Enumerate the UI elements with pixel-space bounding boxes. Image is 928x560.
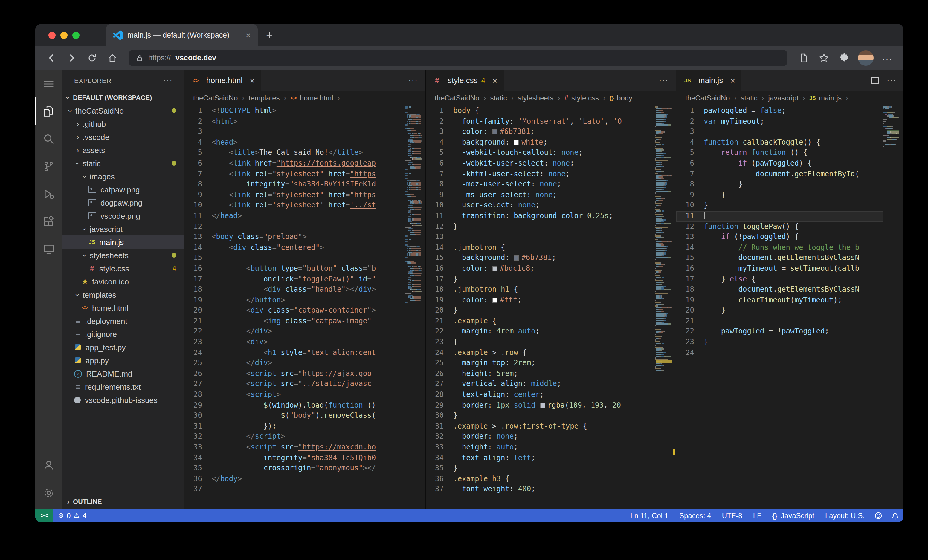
tree-item-.vscode[interactable]: ›.vscode [62,130,183,143]
tree-item-stylesheets[interactable]: ›stylesheets [62,249,183,262]
tree-item-style.css[interactable]: #style.css4 [62,262,183,275]
activity-source-control[interactable] [35,152,62,180]
tree-item-assets[interactable]: ›assets [62,143,183,157]
code-line-5: 5 return function () { [676,148,883,158]
bell-icon[interactable] [887,508,904,522]
tab-close-icon[interactable]: × [492,76,497,85]
activity-account[interactable] [35,451,62,479]
status-eol[interactable]: LF [748,508,767,522]
code-editor[interactable]: 1pawToggled = false;2var myTimeout;34fun… [676,105,904,508]
breadcrumb-item-theCatSaidNo[interactable]: theCatSaidNo [435,94,479,102]
breadcrumb-item-…[interactable]: … [852,94,859,102]
tree-item-dogpaw.png[interactable]: dogpaw.png [62,196,183,209]
explorer-actions-button[interactable]: ··· [163,76,173,85]
activity-search[interactable] [35,125,62,152]
breadcrumb-item-theCatSaidNo[interactable]: theCatSaidNo [193,94,238,102]
puzzle-button[interactable] [835,49,853,67]
tree-item-label: images [90,172,115,181]
breadcrumb-item-…[interactable]: … [344,94,351,102]
tree-item-catpaw.png[interactable]: catpaw.png [62,183,183,196]
editor-tab-home.html[interactable]: <>home.html× [184,70,261,91]
zoom-window-button[interactable] [72,31,79,38]
split-icon[interactable] [871,76,879,85]
breadcrumb-item-static[interactable]: static [490,94,507,102]
status-language[interactable]: {}JavaScript [767,508,820,522]
url-bar[interactable]: https://vscode.dev [128,50,788,66]
editor-tab-style.css[interactable]: #style.css4× [426,70,504,91]
breadcrumb-item-body[interactable]: {}body [610,94,632,102]
remote-indicator[interactable]: >< [35,508,53,522]
code-line-3: 3 color: #6b7381; [426,127,655,137]
profile-avatar[interactable] [858,50,874,66]
tree-item-home.html[interactable]: <>home.html [62,301,183,314]
more-actions-icon[interactable]: ··· [408,76,418,85]
feedback-icon[interactable] [870,508,887,522]
breadcrumb-item-main.js[interactable]: JSmain.js [809,94,842,102]
tab-close-icon[interactable]: × [246,30,250,40]
breadcrumb-item-home.html[interactable]: <>home.html [291,94,333,102]
line-content: } [453,337,655,347]
activity-extensions[interactable] [35,207,62,235]
back-button[interactable] [43,49,60,67]
minimap[interactable] [405,107,425,508]
problems-indicator[interactable]: ⊗ 0 ⚠ 4 [53,508,92,522]
tree-item-main.js[interactable]: JSmain.js [62,236,183,249]
editor-tab-main.js[interactable]: JSmain.js× [676,70,742,91]
tree-item-images[interactable]: ›images [62,170,183,183]
breadcrumb-item-theCatSaidNo[interactable]: theCatSaidNo [685,94,730,102]
breadcrumb-item-templates[interactable]: templates [249,94,279,102]
activity-settings[interactable] [35,479,62,506]
activity-menu[interactable] [35,70,62,97]
breadcrumb-item-static[interactable]: static [740,94,757,102]
tab-close-icon[interactable]: × [730,76,735,85]
status-indentation[interactable]: Spaces: 4 [674,508,717,522]
doc-button[interactable] [795,49,813,67]
tree-item-javascript[interactable]: ›javascript [62,222,183,236]
tree-item-.deployment[interactable]: ≡.deployment [62,314,183,327]
workspace-section-header[interactable]: › DEFAULT (WORKSPACE) [62,91,183,104]
tree-item-.github[interactable]: ›.github [62,117,183,130]
tab-close-icon[interactable]: × [250,76,255,85]
line-number: 20 [426,306,453,316]
browser-tab[interactable]: main.js — default (Workspace) × [106,24,258,46]
code-editor[interactable]: 1<!DOCTYPE html>2<html>34<head>5 <title>… [184,105,425,508]
status-keyboard-layout[interactable]: Layout: U.S. [820,508,870,522]
tree-item-.gitignore[interactable]: ≡.gitignore [62,327,183,341]
outline-section-header[interactable]: › OUTLINE [62,494,183,508]
lock-icon[interactable] [136,54,143,62]
activity-remote[interactable] [35,235,62,262]
forward-button[interactable] [63,49,81,67]
close-window-button[interactable] [49,31,56,38]
new-tab-button[interactable]: + [266,29,273,41]
tree-item-favicon.ico[interactable]: ★favicon.ico [62,275,183,288]
tree-item-static[interactable]: ›static [62,157,183,170]
more-actions-icon[interactable]: ··· [887,76,896,85]
breadcrumb-item-style.css[interactable]: #style.css [565,94,599,102]
code-editor[interactable]: 1body {2 font-family: 'Montserrat', 'Lat… [426,105,676,508]
activity-run-debug[interactable] [35,180,62,207]
status-encoding[interactable]: UTF-8 [717,508,748,522]
tree-item-vscode.github-issues[interactable]: vscode.github-issues [62,393,183,406]
tree-item-requirements.txt[interactable]: ≡requirements.txt [62,380,183,393]
file-icon: ≡ [73,330,82,339]
minimize-window-button[interactable] [60,31,67,38]
tree-item-vscode.png[interactable]: vscode.png [62,209,183,222]
tree-item-theCatSaidNo[interactable]: ›theCatSaidNo [62,104,183,117]
line-content: pawToggled = false; [704,106,883,116]
breadcrumb-item-javascript[interactable]: javascript [768,94,798,102]
star-button[interactable] [815,49,833,67]
more-actions-icon[interactable]: ··· [659,76,669,85]
breadcrumb-item-stylesheets[interactable]: stylesheets [517,94,553,102]
tree-item-app.py[interactable]: app.py [62,354,183,367]
home-button[interactable] [104,49,121,67]
line-number: 12 [676,221,704,232]
browser-menu-button[interactable]: ··· [878,49,896,67]
status-cursor-position[interactable]: Ln 11, Col 1 [625,508,674,522]
activity-explorer[interactable] [35,97,62,125]
reload-button[interactable] [83,49,101,67]
tree-item-templates[interactable]: ›templates [62,288,183,301]
minimap[interactable] [655,107,676,508]
tree-item-app_test.py[interactable]: app_test.py [62,341,183,354]
tree-item-README.md[interactable]: iREADME.md [62,367,183,380]
minimap[interactable] [883,107,904,508]
